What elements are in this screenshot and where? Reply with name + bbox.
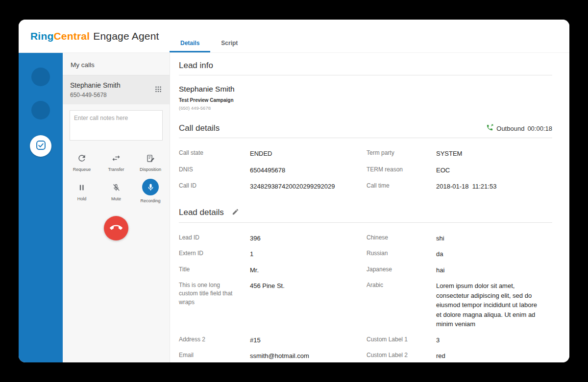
field-value: shi xyxy=(436,234,552,243)
hangup-phone-icon xyxy=(110,221,122,236)
brand-logo: RingCentral Engage Agent xyxy=(30,30,159,42)
field-label: Email xyxy=(179,351,250,359)
call-notes-input[interactable] xyxy=(70,110,163,141)
requeue-button[interactable]: Requeue xyxy=(65,152,99,172)
field-label: Title xyxy=(179,265,250,274)
details-content: Lead info Stephanie Smith Test Preview C… xyxy=(170,53,569,362)
lead-details-title: Lead details xyxy=(179,208,224,217)
nav-rail xyxy=(19,53,63,362)
field-value: EOC xyxy=(436,166,552,175)
field-value: SYSTEM xyxy=(436,149,552,159)
field-value: Lorem ipsum dolor sit amet, consectetur … xyxy=(436,281,552,329)
field-value: #15 xyxy=(250,335,367,345)
field-label: Custom Label 1 xyxy=(367,335,436,344)
mute-label: Mute xyxy=(111,196,121,201)
mute-icon xyxy=(112,182,121,193)
field-label: Call ID xyxy=(179,182,250,190)
hold-button[interactable]: Hold xyxy=(65,182,99,203)
lead-details-header: Lead details xyxy=(179,207,552,218)
field-value: 2018-01-18 11:21:53 xyxy=(436,182,552,191)
call-direction-label: Outbound xyxy=(496,125,524,132)
field-label: Custom Label 2 xyxy=(367,351,436,359)
lead-phone: (650) 449-5678 xyxy=(179,105,552,111)
lead-name: Stephanie Smith xyxy=(179,85,552,94)
active-call-card[interactable]: Stephanie Smith 650-449-5678 xyxy=(63,75,170,104)
rail-item-2[interactable] xyxy=(31,101,50,119)
tab-script[interactable]: Script xyxy=(210,34,248,52)
edit-lead-button[interactable] xyxy=(231,207,240,218)
field-value: 3 xyxy=(436,335,552,345)
disposition-icon xyxy=(146,152,155,164)
agent-status-button[interactable] xyxy=(30,135,51,157)
dialpad-icon xyxy=(154,88,163,96)
call-details-title: Call details xyxy=(179,123,220,133)
mute-button[interactable]: Mute xyxy=(99,182,133,203)
field-label: Extern ID xyxy=(179,249,250,258)
field-value: 396 xyxy=(250,234,367,243)
field-label: Russian xyxy=(367,249,436,258)
call-details-grid: Call state ENDED Term party SYSTEM DNIS … xyxy=(179,149,552,191)
field-label: Chinese xyxy=(367,234,436,242)
field-value: Mr. xyxy=(250,265,367,275)
call-duration: 00:00:18 xyxy=(527,125,552,132)
hold-label: Hold xyxy=(77,196,87,201)
app-title: Engage Agent xyxy=(93,30,159,42)
field-value: 324829387420020299292029 xyxy=(250,182,367,191)
recording-mic-icon xyxy=(142,179,159,195)
call-details-header: Call details Outbound 00:00:18 xyxy=(179,123,552,133)
divider xyxy=(179,222,552,223)
field-value: 456 Pine St. xyxy=(250,281,367,291)
calls-panel-title: My calls xyxy=(63,53,170,75)
lead-campaign: Test Preview Campaign xyxy=(179,97,552,103)
app-body: My calls Stephanie Smith 650-449-5678 xyxy=(19,53,569,362)
transfer-label: Transfer xyxy=(108,167,124,172)
call-direction: Outbound 00:00:18 xyxy=(486,124,552,133)
field-label: DNIS xyxy=(179,166,250,174)
transfer-button[interactable]: Transfer xyxy=(99,152,133,172)
field-value: red xyxy=(436,351,552,361)
field-label: Arabic xyxy=(367,281,436,289)
brand-central: Central xyxy=(53,30,90,42)
main-tabs: Details Script xyxy=(170,34,248,52)
field-value: ENDED xyxy=(250,149,367,159)
pencil-edit-icon xyxy=(232,210,239,217)
dialpad-button[interactable] xyxy=(153,84,164,96)
field-label: Address 2 xyxy=(179,335,250,344)
transfer-icon xyxy=(111,152,121,164)
caller-number: 650-449-5678 xyxy=(70,92,121,98)
requeue-icon xyxy=(77,152,87,164)
caller-name: Stephanie Smith xyxy=(70,81,121,89)
call-actions: Requeue Transfer xyxy=(63,152,170,203)
lead-details-grid: Lead ID 396 Chinese shi Extern ID 1 Russ… xyxy=(179,234,552,363)
field-label: Term party xyxy=(367,149,436,157)
field-label: Call time xyxy=(367,182,436,190)
field-label: TERM reason xyxy=(367,166,436,174)
rail-item-1[interactable] xyxy=(31,68,50,86)
divider xyxy=(179,75,552,75)
disposition-button[interactable]: Disposition xyxy=(133,152,168,172)
outbound-phone-icon xyxy=(486,124,493,133)
field-label: Japanese xyxy=(367,265,436,274)
tab-details[interactable]: Details xyxy=(170,34,210,52)
hangup-button[interactable] xyxy=(104,216,128,240)
app-window: RingCentral Engage Agent Details Script xyxy=(19,20,569,362)
divider xyxy=(179,138,552,138)
field-value: ssmith@hotmail.com xyxy=(250,351,367,361)
recording-label: Recording xyxy=(140,198,160,203)
field-value: hai xyxy=(436,265,552,275)
hold-icon xyxy=(77,182,86,193)
field-label: Lead ID xyxy=(179,234,250,242)
calls-panel: My calls Stephanie Smith 650-449-5678 xyxy=(63,53,170,362)
field-label: Call state xyxy=(179,149,250,157)
check-square-icon xyxy=(35,140,47,153)
disposition-label: Disposition xyxy=(140,167,161,172)
call-notes xyxy=(70,110,163,143)
field-label: This is one long custom title field that… xyxy=(179,281,250,307)
app-header: RingCentral Engage Agent Details Script xyxy=(19,20,569,53)
field-value: 1 xyxy=(250,249,367,259)
caller-identity: Stephanie Smith 650-449-5678 xyxy=(70,81,121,98)
lead-info-title: Lead info xyxy=(179,61,552,71)
brand-ring: Ring xyxy=(30,30,53,42)
recording-button[interactable]: Recording xyxy=(133,179,168,203)
field-value: da xyxy=(436,249,552,259)
